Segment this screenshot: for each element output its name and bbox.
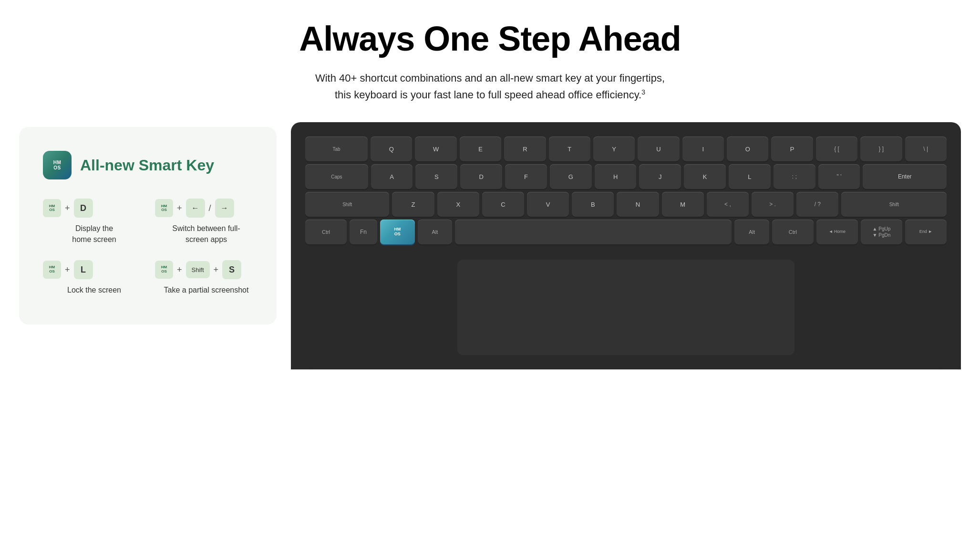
key-period: > . — [752, 192, 794, 217]
smart-key-badge-2: HMOS — [155, 199, 173, 217]
page-title: Always One Step Ahead — [19, 19, 961, 58]
key-quote: " ' — [818, 164, 860, 189]
shortcut-desc-lock: Lock the screen — [43, 285, 145, 295]
key-z: Z — [392, 192, 434, 217]
shortcut-item-fullscreen: HMOS + ← / → Switch between full-screen … — [155, 199, 258, 245]
key-shift: Shift — [186, 261, 210, 278]
key-p: P — [771, 137, 813, 161]
shortcut-desc-screenshot: Take a partial screenshot — [155, 285, 258, 295]
key-j: J — [639, 164, 681, 189]
key-spacebar — [455, 220, 732, 244]
page-wrapper: Always One Step Ahead With 40+ shortcut … — [0, 0, 980, 369]
shortcut-item-screenshot: HMOS + Shift + S Take a partial screensh… — [155, 260, 258, 295]
trackpad[interactable] — [457, 260, 794, 355]
key-tab: Tab — [305, 137, 368, 161]
key-backslash: \ | — [905, 137, 947, 161]
page-subtitle: With 40+ shortcut combinations and an al… — [19, 70, 961, 103]
plus-sign-5: + — [214, 265, 219, 275]
key-u: U — [638, 137, 679, 161]
plus-sign: + — [65, 203, 70, 213]
key-ctrl-right: Ctrl — [772, 220, 814, 244]
key-f: F — [505, 164, 547, 189]
shortcut-keys-lock: HMOS + L — [43, 260, 145, 279]
key-l: L — [729, 164, 771, 189]
key-arrow-left: ← — [186, 199, 205, 218]
key-slash: / ? — [796, 192, 838, 217]
key-alt-right: Alt — [734, 220, 769, 244]
key-y: Y — [593, 137, 635, 161]
key-o: O — [727, 137, 768, 161]
header-section: Always One Step Ahead With 40+ shortcut … — [19, 19, 961, 103]
key-d: D — [74, 199, 93, 218]
key-home: ◄ Home — [816, 220, 858, 244]
key-e: E — [460, 137, 501, 161]
keyboard-container: Tab Q W E R T Y U I O P { [ } ] \ | — [291, 122, 961, 369]
key-alt-left: Alt — [418, 220, 453, 244]
key-row-4: Ctrl Fn HMOS Alt Alt Ctrl ◄ Home — [305, 220, 947, 244]
key-l: L — [74, 260, 93, 279]
key-end: End ► — [905, 220, 947, 244]
key-w: W — [415, 137, 456, 161]
key-s: S — [415, 164, 457, 189]
keyboard-rows: Tab Q W E R T Y U I O P { [ } ] \ | — [305, 137, 947, 244]
shortcut-item-lock: HMOS + L Lock the screen — [43, 260, 145, 295]
key-d: D — [460, 164, 502, 189]
key-row-2: Caps A S D F G H J K L : ; " ' Enter — [305, 164, 947, 189]
key-c: C — [482, 192, 524, 217]
key-fn: Fn — [350, 220, 377, 244]
key-r: R — [504, 137, 546, 161]
key-s: S — [222, 260, 241, 279]
key-pgup-pgdn: ▲ PgUp ▼ PgDn — [861, 220, 902, 244]
shortcut-keys-fullscreen: HMOS + ← / → — [155, 199, 258, 218]
key-t: T — [549, 137, 590, 161]
key-enter: Enter — [863, 164, 947, 189]
keyboard-bottom — [305, 244, 947, 369]
key-g: G — [550, 164, 592, 189]
key-x: X — [437, 192, 479, 217]
slash-sign: / — [209, 203, 211, 213]
smart-key-badge-3: HMOS — [43, 261, 61, 279]
key-h: H — [595, 164, 637, 189]
key-bracket-close: } ] — [860, 137, 902, 161]
smart-key-header: HMOS All-new Smart Key — [43, 151, 258, 179]
key-ctrl-left: Ctrl — [305, 220, 347, 244]
key-shift-left: Shift — [305, 192, 389, 217]
key-comma: < , — [707, 192, 749, 217]
key-m: M — [662, 192, 704, 217]
shortcut-keys-screenshot: HMOS + Shift + S — [155, 260, 258, 279]
shortcut-desc-fullscreen: Switch between full-screen apps — [155, 223, 258, 245]
key-row-1: Tab Q W E R T Y U I O P { [ } ] \ | — [305, 137, 947, 161]
smart-key-icon: HMOS — [43, 151, 72, 179]
key-row-3: Shift Z X C V B N M < , > . / ? Shift — [305, 192, 947, 217]
key-smart: HMOS — [380, 220, 415, 244]
key-q: Q — [371, 137, 412, 161]
smart-key-label: All-new Smart Key — [80, 157, 214, 174]
content-row: HMOS All-new Smart Key HMOS + D Display … — [19, 122, 961, 369]
smart-key-badge-4: HMOS — [155, 261, 173, 279]
key-arrow-right: → — [215, 199, 234, 218]
key-b: B — [572, 192, 614, 217]
plus-sign-3: + — [65, 265, 70, 275]
shortcuts-grid: HMOS + D Display thehome screen HMOS + — [43, 199, 258, 295]
shortcut-item-home: HMOS + D Display thehome screen — [43, 199, 145, 245]
key-bracket-open: { [ — [816, 137, 857, 161]
shortcut-keys-home: HMOS + D — [43, 199, 145, 218]
plus-sign-4: + — [177, 265, 182, 275]
key-caps: Caps — [305, 164, 368, 189]
plus-sign-2: + — [177, 203, 182, 213]
key-i: I — [682, 137, 724, 161]
left-panel: HMOS All-new Smart Key HMOS + D Display … — [19, 127, 277, 324]
key-a: A — [371, 164, 413, 189]
shortcut-desc-home: Display thehome screen — [43, 223, 145, 245]
key-k: K — [684, 164, 726, 189]
smart-key-badge: HMOS — [43, 199, 61, 217]
keyboard-panel: Tab Q W E R T Y U I O P { [ } ] \ | — [277, 122, 961, 369]
key-shift-right: Shift — [841, 192, 947, 217]
key-semicolon: : ; — [774, 164, 815, 189]
key-v: V — [527, 192, 569, 217]
key-n: N — [617, 192, 659, 217]
